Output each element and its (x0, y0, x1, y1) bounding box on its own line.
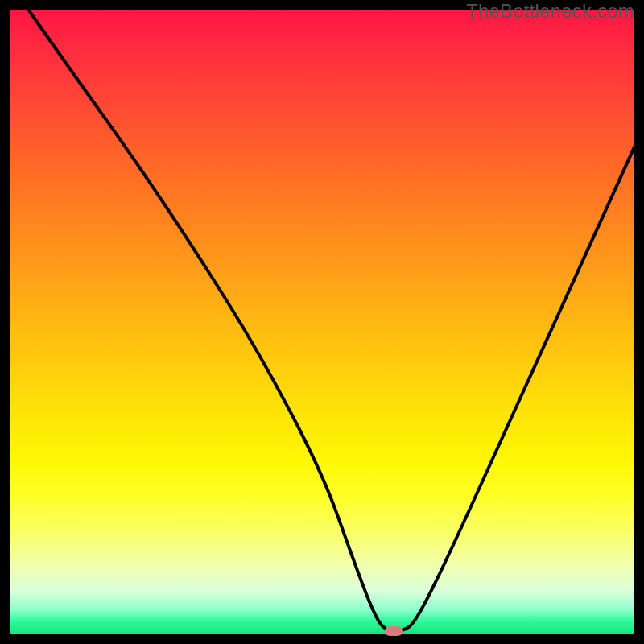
bottleneck-curve (10, 10, 634, 634)
optimal-marker (385, 626, 402, 636)
watermark-text: TheBottleneck.com (466, 0, 634, 23)
chart-container: TheBottleneck.com (0, 0, 644, 644)
